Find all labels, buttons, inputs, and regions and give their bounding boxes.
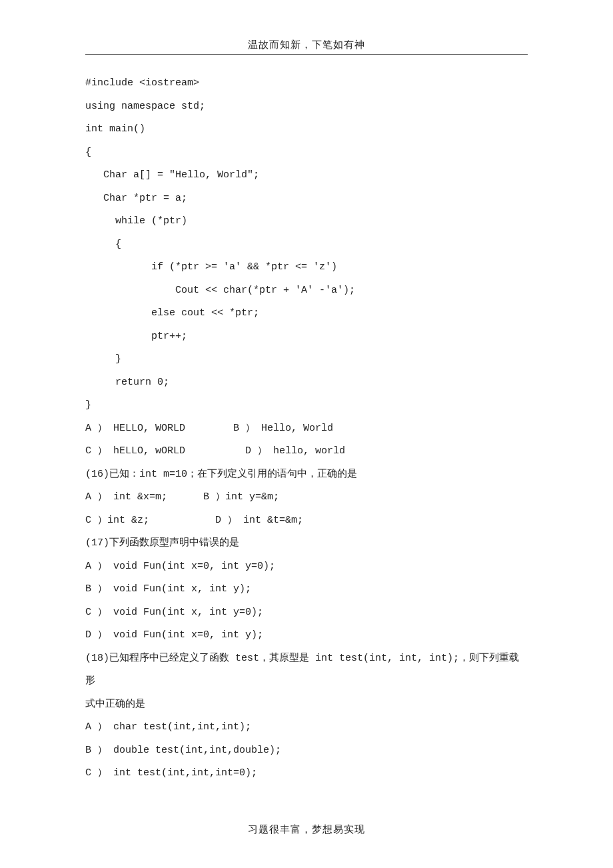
- option-line: A ） HELLO, WORLD B ） Hello, World: [85, 417, 528, 441]
- code-line: #include <iostream>: [85, 72, 528, 95]
- code-line: {: [85, 233, 528, 257]
- option-line: B ） double test(int,int,double);: [85, 739, 528, 763]
- code-line: }: [85, 348, 528, 371]
- code-line: int main(): [85, 118, 528, 141]
- option-line: B ） void Fun(int x, int y);: [85, 578, 528, 601]
- page-footer: 习题很丰富，梦想易实现: [0, 823, 613, 836]
- option-line: D ） void Fun(int x=0, int y);: [85, 624, 528, 647]
- option-line: A ） void Fun(int x=0, int y=0);: [85, 555, 528, 579]
- option-line: C ） hELLO, wORLD D ） hello, world: [85, 440, 528, 463]
- code-line: if (*ptr >= 'a' && *ptr <= 'z'): [85, 256, 528, 279]
- option-line: C ） void Fun(int x, int y=0);: [85, 601, 528, 625]
- option-line: C ）int &z; D ） int &t=&m;: [85, 509, 528, 533]
- question-line: (16)已知：int m=10；在下列定义引用的语句中，正确的是: [85, 463, 528, 487]
- code-line: Char *ptr = a;: [85, 187, 528, 211]
- code-line: return 0;: [85, 371, 528, 395]
- code-line: else cout << *ptr;: [85, 302, 528, 325]
- document-page: 温故而知新，下笔如有神 #include <iostream>using nam…: [0, 0, 613, 868]
- document-content: #include <iostream>using namespace std;i…: [85, 72, 528, 785]
- code-line: }: [85, 394, 528, 417]
- page-header: 温故而知新，下笔如有神: [85, 39, 528, 51]
- header-divider: [85, 54, 528, 55]
- code-line: Cout << char(*ptr + 'A' -'a');: [85, 279, 528, 303]
- question-line: (18)已知程序中已经定义了函数 test，其原型是 int test(int,…: [85, 647, 528, 693]
- option-line: A ） int &x=m; B ）int y=&m;: [85, 486, 528, 509]
- code-line: Char a[] = "Hello, World";: [85, 164, 528, 187]
- code-line: ptr++;: [85, 325, 528, 349]
- question-line: 式中正确的是: [85, 693, 528, 717]
- code-line: using namespace std;: [85, 95, 528, 119]
- option-line: C ） int test(int,int,int=0);: [85, 762, 528, 785]
- code-line: {: [85, 141, 528, 165]
- code-line: while (*ptr): [85, 210, 528, 233]
- question-line: (17)下列函数原型声明中错误的是: [85, 532, 528, 555]
- option-line: A ） char test(int,int,int);: [85, 716, 528, 739]
